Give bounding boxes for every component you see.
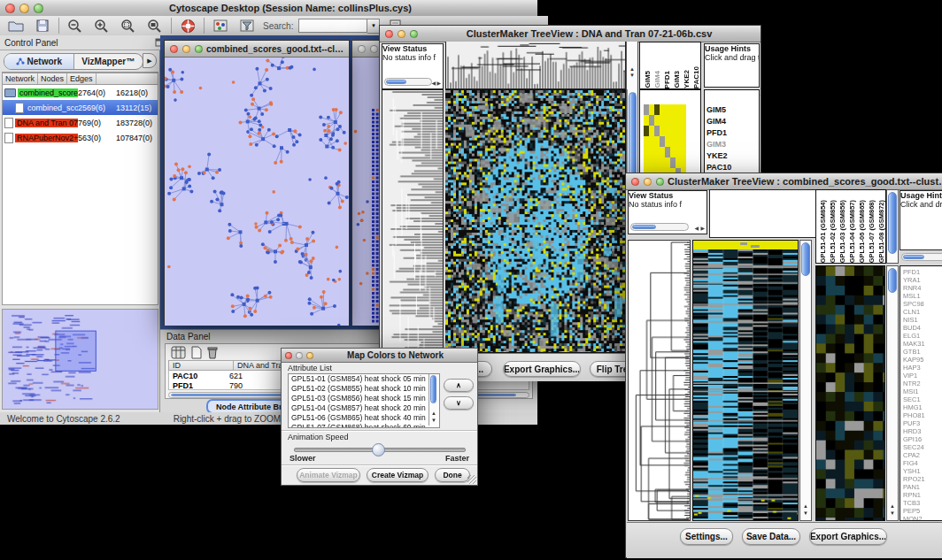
- scroll-left-icon[interactable]: ◀: [694, 225, 699, 231]
- close-icon[interactable]: [5, 4, 15, 13]
- close-icon[interactable]: [170, 45, 178, 53]
- labels-vscrollbar[interactable]: [887, 190, 898, 263]
- column-dendrogram-canvas[interactable]: [445, 42, 626, 89]
- scroll-up-icon[interactable]: ▲: [803, 503, 808, 510]
- attribute-table-icon[interactable]: [171, 346, 186, 359]
- row-label[interactable]: GIM4: [706, 116, 759, 127]
- attribute-item[interactable]: GPL51-06 (GSM865) heat shock 40 min: [289, 413, 439, 423]
- zoom-fit-button[interactable]: [144, 17, 166, 35]
- save-button[interactable]: [32, 17, 53, 35]
- view-status-hscrollbar[interactable]: [384, 78, 432, 86]
- scroll-down-icon[interactable]: ▼: [803, 510, 808, 517]
- attribute-item[interactable]: GPL51-02 (GSM855) heat shock 10 min: [289, 384, 439, 394]
- gene-label[interactable]: PHO81: [903, 411, 942, 419]
- animate-vizmap-button[interactable]: Animate Vizmap: [297, 468, 360, 482]
- minimize-icon[interactable]: [398, 30, 405, 38]
- gene-label[interactable]: HRD3: [903, 427, 942, 435]
- close-icon[interactable]: [385, 30, 393, 38]
- gene-label[interactable]: MAK31: [903, 340, 942, 348]
- delete-attribute-icon[interactable]: [206, 346, 219, 359]
- column-header[interactable]: Nodes: [38, 73, 67, 84]
- column-label[interactable]: GIM3: [673, 71, 682, 88]
- attribute-item[interactable]: GPL51-03 (GSM856) heat shock 15 min: [289, 394, 439, 403]
- resize-grip[interactable]: [467, 475, 476, 484]
- attribute-list[interactable]: GPL51-01 (GSM854) heat shock 05 minGPL51…: [288, 373, 440, 428]
- heatmap-vscrollbar[interactable]: [800, 241, 811, 497]
- gene-label[interactable]: RPO21: [903, 475, 942, 483]
- row-dendrogram-canvas[interactable]: [628, 240, 691, 521]
- minimize-icon[interactable]: [19, 4, 29, 13]
- column-label[interactable]: GPL51-02 (GSM855): [829, 200, 838, 263]
- column-label[interactable]: GIM5: [644, 71, 652, 88]
- gene-label[interactable]: RPN1: [903, 491, 942, 499]
- close-icon[interactable]: [285, 352, 292, 359]
- column-dendrogram-area[interactable]: [709, 189, 817, 238]
- scroll-right-icon[interactable]: ▶: [700, 225, 705, 231]
- zoom-selected-button[interactable]: [118, 17, 139, 35]
- attribute-item[interactable]: GPL51-07 (GSM868) heat shock 60 min: [289, 423, 439, 428]
- gene-label[interactable]: PFD1: [903, 268, 942, 276]
- gene-label[interactable]: SPC98: [903, 300, 942, 308]
- animation-speed-slider[interactable]: [294, 442, 464, 455]
- network-row[interactable]: combined_scores 2764(0) 16218(0): [3, 85, 158, 100]
- network-row[interactable]: combined_sco 2569(6) 13112(15): [3, 100, 158, 115]
- close-icon[interactable]: [358, 45, 366, 53]
- gene-label[interactable]: PAN1: [903, 483, 942, 491]
- gene-label[interactable]: PUF3: [903, 419, 942, 427]
- scroll-up-icon[interactable]: ▲: [627, 66, 637, 73]
- vizmapper-shortcut-button[interactable]: [210, 17, 231, 35]
- gene-label[interactable]: PEP5: [903, 507, 942, 515]
- column-label[interactable]: GPL51-04 (GSM857): [848, 200, 857, 263]
- network-row[interactable]: RNAPuberNov2+| 563(0) 107847(0): [3, 130, 158, 145]
- attribute-item[interactable]: GPL51-01 (GSM854) heat shock 05 min: [289, 374, 439, 384]
- search-input[interactable]: [298, 19, 367, 33]
- network-overview-canvas[interactable]: [2, 309, 158, 410]
- filter-select-button[interactable]: [236, 17, 258, 35]
- column-label[interactable]: GIM4: [653, 71, 662, 88]
- minimize-icon[interactable]: [644, 178, 652, 186]
- zoom-out-button[interactable]: [65, 17, 86, 35]
- scroll-up-icon[interactable]: ▲: [890, 503, 895, 510]
- tabs-overflow-button[interactable]: ▶: [143, 53, 157, 68]
- column-label[interactable]: GPL51-03 (GSM856): [838, 200, 847, 263]
- gene-label[interactable]: ELG1: [903, 332, 942, 340]
- slider-thumb[interactable]: [372, 443, 385, 456]
- gene-label[interactable]: BUD4: [903, 324, 942, 332]
- scroll-down-icon[interactable]: ▼: [431, 418, 436, 424]
- scroll-down-icon[interactable]: ▼: [890, 510, 895, 517]
- open-file-button[interactable]: [5, 17, 27, 35]
- column-label[interactable]: GPL51-08 (GSM872): [877, 200, 886, 263]
- gene-label[interactable]: FIG4: [903, 459, 942, 467]
- gene-label[interactable]: CPA2: [903, 451, 942, 459]
- gene-label[interactable]: TCB3: [903, 499, 942, 507]
- column-header[interactable]: ID: [169, 361, 234, 370]
- cluster-heatmap-canvas[interactable]: [445, 89, 626, 353]
- zoom-window-icon[interactable]: [410, 30, 418, 38]
- map-colors-titlebar[interactable]: Map Colors to Network: [282, 349, 477, 363]
- scroll-down-icon[interactable]: ▼: [627, 73, 637, 79]
- minimize-icon[interactable]: [296, 352, 303, 359]
- zoom-window-icon[interactable]: [195, 45, 203, 53]
- column-label[interactable]: PAC10: [692, 66, 701, 88]
- export-graphics-button[interactable]: Export Graphics...: [809, 528, 887, 545]
- gene-label[interactable]: RNR4: [903, 284, 942, 292]
- zoom-in-button[interactable]: [91, 17, 112, 35]
- gene-label[interactable]: VIP1: [903, 372, 942, 380]
- scroll-left-icon[interactable]: ◀: [431, 80, 436, 86]
- tab-network[interactable]: Network: [4, 54, 74, 69]
- minimize-icon[interactable]: [370, 45, 378, 53]
- row-label[interactable]: YKE2: [706, 150, 759, 162]
- gene-label[interactable]: SEC24: [903, 443, 942, 451]
- column-label[interactable]: YKE2: [683, 70, 691, 88]
- help-lifering-button[interactable]: [177, 17, 198, 35]
- column-header[interactable]: Network: [3, 73, 38, 84]
- move-up-button[interactable]: ∧: [444, 379, 474, 392]
- settings-button[interactable]: Settings...: [680, 528, 733, 545]
- gene-label[interactable]: GPI16: [903, 435, 942, 443]
- row-dendrogram-canvas[interactable]: [382, 89, 444, 353]
- gene-label[interactable]: CLN1: [903, 308, 942, 316]
- scroll-right-icon[interactable]: ▶: [436, 80, 441, 86]
- gene-label[interactable]: YSH1: [903, 467, 942, 475]
- network-row[interactable]: DNA and Tran 07 769(0) 183728(0): [3, 115, 158, 130]
- usage-hints-hscrollbar[interactable]: [901, 253, 942, 261]
